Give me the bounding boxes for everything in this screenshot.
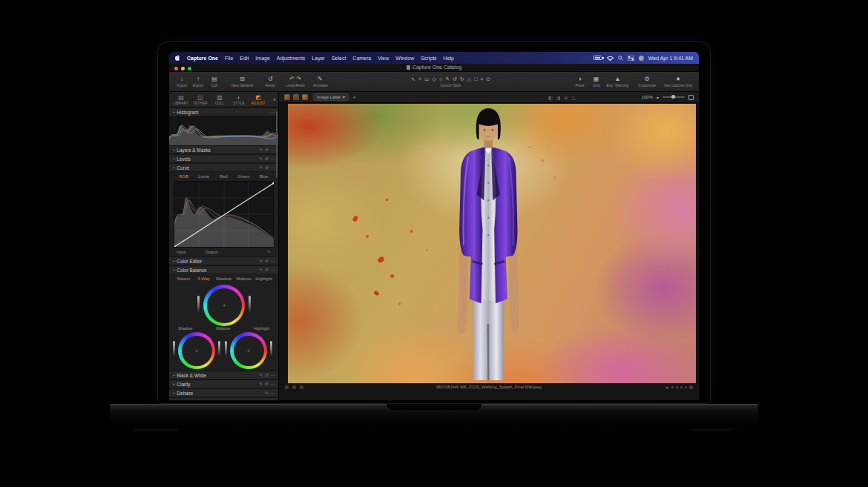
reset-icon[interactable]: ↺ xyxy=(265,268,269,272)
level-tool-icon[interactable]: △ xyxy=(467,76,471,82)
tab-cull[interactable]: ▥CULL xyxy=(210,94,229,105)
curve-picker-icon[interactable]: ✎ xyxy=(267,250,271,254)
reset-icon[interactable]: ↺ xyxy=(265,148,269,152)
multi-view-icon[interactable]: ⊞ xyxy=(564,95,568,100)
menu-layer[interactable]: Layer xyxy=(312,56,325,61)
reset-icon[interactable]: ↺ xyxy=(265,259,269,263)
menu-edit[interactable]: Edit xyxy=(240,56,249,61)
edit-icon[interactable]: ✎ xyxy=(259,156,263,161)
apple-menu-icon[interactable] xyxy=(175,55,180,62)
more-icon[interactable]: ⋯ xyxy=(271,391,275,395)
footer-grid-icon[interactable] xyxy=(689,385,693,389)
split-view-icon[interactable]: ◨ xyxy=(556,95,561,100)
variant-thumb-2[interactable] xyxy=(293,94,299,100)
compare-icon[interactable]: ◧ xyxy=(548,95,553,100)
single-view-icon[interactable]: ◻ xyxy=(571,95,575,100)
more-icon[interactable]: ⋯ xyxy=(271,165,275,170)
tab-style[interactable]: ◐STYLE xyxy=(229,94,249,105)
heal-tool-icon[interactable]: □ xyxy=(474,76,477,82)
export-button[interactable]: ↑Export xyxy=(192,76,204,87)
search-icon[interactable] xyxy=(618,56,623,61)
more-icon[interactable]: ⋯ xyxy=(271,148,275,152)
panel-histogram-header[interactable]: › Histogram ⋯ xyxy=(169,107,278,116)
clone-tool-icon[interactable]: ≈ xyxy=(480,76,483,82)
grid-button[interactable]: ▦Grid xyxy=(590,76,602,87)
panel-black-white-header[interactable]: › Black & White ✎↺⋯ xyxy=(169,371,278,380)
menu-file[interactable]: File xyxy=(225,56,233,61)
color-tag-dot[interactable] xyxy=(680,386,683,388)
menu-window[interactable]: Window xyxy=(395,56,414,61)
variant-thumb-3[interactable] xyxy=(302,94,308,100)
color-tag-dot[interactable] xyxy=(676,386,678,388)
control-center-icon[interactable] xyxy=(628,56,634,61)
reset-icon[interactable]: ↺ xyxy=(265,165,269,170)
image-label-dropdown[interactable]: Image Label ▾ xyxy=(313,93,349,101)
zoom-dropdown-icon[interactable]: ▾ xyxy=(657,95,659,100)
pan-tool-icon[interactable]: ↖ xyxy=(411,76,415,82)
annotate-button[interactable]: ✎Annotate xyxy=(313,76,328,87)
picker-tool-icon[interactable]: ⊙ xyxy=(486,76,490,82)
edit-icon[interactable]: ✎ xyxy=(265,391,269,395)
siri-icon[interactable] xyxy=(639,56,644,61)
keystone-tool-icon[interactable]: ◇ xyxy=(433,76,436,82)
reset-icon[interactable]: ↺ xyxy=(265,373,269,377)
rating-star-icon[interactable]: ★ xyxy=(665,385,669,390)
menu-clock[interactable]: Wed Apr 1 9:41 AM xyxy=(648,56,693,61)
edit-icon[interactable]: ✎ xyxy=(259,268,263,272)
panel-color-editor-header[interactable]: › Color Editor ✎↺⋯ xyxy=(169,256,278,265)
panel-curve-header[interactable]: › Curve ✎↺⋯ xyxy=(169,163,278,172)
cull-button[interactable]: ▤Cull xyxy=(208,76,220,87)
more-icon[interactable]: ⋯ xyxy=(271,268,275,272)
cb-tab-3way[interactable]: 3-Way xyxy=(194,276,214,281)
reset-icon[interactable]: ↺ xyxy=(265,156,269,161)
panel-clarity-header[interactable]: › Clarity ✎↺⋯ xyxy=(169,380,278,388)
panel-layers-header[interactable]: › Layers & Masks ✎↺⋯ xyxy=(169,145,278,154)
reset-icon[interactable]: ↺ xyxy=(265,382,269,386)
rotate-right-tool-icon[interactable]: ↻ xyxy=(460,76,464,82)
midtone-left-slider[interactable] xyxy=(197,296,200,314)
crop-tool-icon[interactable]: ▭ xyxy=(424,76,430,82)
proof-button[interactable]: ◑Proof xyxy=(573,76,585,87)
more-icon[interactable]: ⋯ xyxy=(271,400,275,400)
import-button[interactable]: ↓Import xyxy=(176,76,188,87)
rotate-left-tool-icon[interactable]: ↺ xyxy=(453,76,457,82)
menu-select[interactable]: Select xyxy=(332,56,346,61)
menu-app-name[interactable]: Capture One xyxy=(187,56,218,61)
tab-library[interactable]: ▤LIBRARY xyxy=(171,94,191,105)
curve-tab-rgb[interactable]: RGB xyxy=(174,174,194,179)
shadow-left-slider[interactable] xyxy=(173,341,175,357)
variant-thumb-1[interactable] xyxy=(284,94,290,100)
edit-icon[interactable]: ✎ xyxy=(259,373,263,377)
highlight-color-wheel[interactable]: + xyxy=(230,332,267,369)
menu-help[interactable]: Help xyxy=(444,56,454,61)
undo-redo-button[interactable]: ↶ ↷Undo/Redo xyxy=(286,76,304,87)
cb-tab-highlight[interactable]: Highlight xyxy=(254,276,274,281)
shadow-color-wheel[interactable]: + xyxy=(178,332,215,369)
tab-tether[interactable]: ◫TETHER xyxy=(191,94,210,105)
cb-tab-midtone[interactable]: Midtone xyxy=(234,276,254,281)
more-icon[interactable]: ⋯ xyxy=(271,373,275,377)
curve-tab-luma[interactable]: Luma xyxy=(194,174,214,179)
wifi-icon[interactable] xyxy=(607,56,614,61)
shadow-right-slider[interactable] xyxy=(218,341,220,357)
curve-tab-blue[interactable]: Blue xyxy=(254,174,274,179)
edit-icon[interactable]: ✎ xyxy=(259,259,263,263)
sidebar-scrollbar[interactable] xyxy=(276,111,277,178)
tab-adjust[interactable]: ◩ADJUST xyxy=(249,94,268,105)
draw-mask-tool-icon[interactable]: ✎ xyxy=(445,76,450,82)
curve-tab-green[interactable]: Green xyxy=(234,174,254,179)
more-icon[interactable]: ⋯ xyxy=(271,156,275,161)
customize-button[interactable]: ⚙Customize xyxy=(638,76,656,87)
fullscreen-icon[interactable] xyxy=(688,95,694,100)
color-tag-dot[interactable] xyxy=(685,386,687,388)
curve-plot[interactable] xyxy=(174,181,274,248)
curve-tab-red[interactable]: Red xyxy=(214,174,234,179)
menu-view[interactable]: View xyxy=(378,56,389,61)
panel-levels-header[interactable]: › Levels ✎↺⋯ xyxy=(169,154,278,163)
edit-icon[interactable]: ✎ xyxy=(259,400,263,400)
cb-tab-master[interactable]: Master xyxy=(174,276,194,281)
panel-dehaze-header[interactable]: › Dehaze ✎⋯ xyxy=(169,388,278,397)
highlight-left-slider[interactable] xyxy=(225,341,227,357)
more-icon[interactable]: ⋯ xyxy=(271,259,275,263)
reset-button[interactable]: ↺Reset xyxy=(264,76,276,87)
